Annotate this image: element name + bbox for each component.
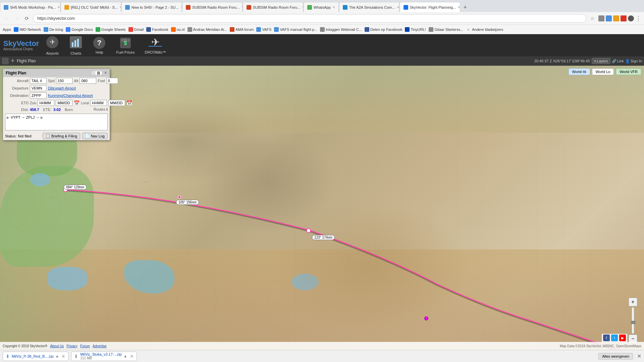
tab-skyvector[interactable]: SkyVector: Flight Planning... ✕ [400, 2, 460, 12]
bookmark-ama[interactable]: AMA forum [230, 27, 254, 32]
forward-button[interactable]: → [13, 14, 21, 22]
layers-button[interactable]: ≡ Layers [592, 58, 610, 64]
forum-link[interactable]: Forum [80, 344, 90, 348]
extension-icon-3[interactable] [613, 15, 619, 21]
download-expand-2[interactable]: ▲ [124, 354, 127, 358]
bookmark-nu[interactable]: nu.nl [171, 27, 185, 32]
menu-button[interactable]: ⋮ [635, 15, 641, 22]
fp-close-button[interactable]: ✕ [104, 71, 107, 75]
download-close-2[interactable]: ✕ [130, 354, 134, 359]
fp-departure-link[interactable]: Dibrugarh Airport [48, 86, 76, 90]
bookmark-gitaar[interactable]: Gitaar Starterss... [429, 27, 463, 32]
fp-mmdd2-input[interactable] [108, 100, 125, 106]
download-filename-1[interactable]: MilViz_P-38_Red_B....zip [12, 354, 54, 358]
bookmark-apps[interactable]: Apps [3, 27, 11, 32]
privacy-link[interactable]: Privacy [66, 344, 77, 348]
profile-icon[interactable] [628, 15, 634, 21]
tab-subsim2[interactable]: SUBSIM Radio Room Foru... ✕ [243, 2, 303, 12]
nav-charts[interactable]: Charts [66, 34, 86, 57]
layers-label: Layers [597, 59, 608, 63]
bookmark-gsheets[interactable]: Google Sheets [96, 27, 126, 32]
bookmark-tinyurl[interactable]: TinyURL! [405, 27, 426, 32]
bookmark-andere[interactable]: Andere bladwijzers [472, 27, 503, 32]
bookmark-imo[interactable]: IMO Network [14, 27, 41, 32]
zoom-in-button[interactable]: + [629, 298, 637, 306]
advertise-link[interactable]: Advertise [93, 344, 107, 348]
twitter-icon[interactable]: t [611, 335, 618, 341]
fp-calendar-icon-2[interactable]: 📅 [126, 100, 132, 106]
fp-mmdd1-input[interactable] [56, 100, 72, 106]
tab-newsh5[interactable]: New to SH5! - Page 2 - SU... ✕ [121, 2, 182, 12]
toggle-switch[interactable]: ||| [91, 70, 103, 76]
extension-icon-2[interactable] [606, 15, 612, 21]
tab-a2a[interactable]: The A2A Simulations Com... ✕ [339, 2, 399, 12]
fp-departure-input[interactable] [30, 85, 47, 91]
airports-label: Airports [46, 51, 59, 55]
nav-fuel[interactable]: $100LL Fuel Prices [113, 35, 138, 56]
fp-aircraft-row: Aircraft Spd Alt Fuel [3, 77, 110, 84]
extension-icon-1[interactable] [598, 15, 604, 21]
world-vfr-button[interactable]: World VFR [616, 68, 641, 75]
tab-close[interactable]: ✕ [397, 5, 399, 9]
address-bar[interactable] [33, 14, 586, 23]
fp-local-input[interactable] [90, 100, 107, 106]
download-expand-1[interactable]: ▲ [56, 354, 59, 358]
tab-whatsapp[interactable]: WhatsApp ✕ [304, 2, 339, 12]
fp-calendar-icon-1[interactable]: 📅 [74, 100, 79, 106]
bookmark-andras[interactable]: Andras Meridian Ai... [187, 27, 227, 32]
reload-button[interactable]: ⟳ [23, 14, 31, 22]
tab-close[interactable]: ✕ [302, 5, 303, 9]
downloads-close-button[interactable]: ✕ [637, 353, 641, 359]
extension-icon-4[interactable] [621, 15, 627, 21]
bookmark-button[interactable]: ☆ [588, 14, 596, 22]
fp-aircraft-input[interactable] [30, 78, 47, 84]
bookmark-inloggen[interactable]: Inloggen Webmail C... [320, 27, 362, 32]
bookmark-vafs[interactable]: VAFS [256, 27, 271, 32]
fp-zulu-input[interactable] [38, 100, 54, 106]
link-button[interactable]: 🔗 Link [612, 59, 624, 63]
bookmark-deicing[interactable]: De-Icing [44, 27, 63, 32]
back-button[interactable]: ← [3, 14, 11, 22]
bookmark-more[interactable]: » [467, 27, 469, 32]
facebook-icon[interactable]: f [603, 335, 610, 341]
tab-close[interactable]: ✕ [119, 5, 121, 9]
sign-in-button[interactable]: 👤 Sign In [625, 59, 642, 63]
sv-logo[interactable]: SkyVector Aeronautical Charts [3, 40, 39, 51]
download-filename-2[interactable]: MilViz_Stuka_v3.17-...zip [80, 352, 121, 356]
tab-bar: SH5 Mods Workshop - Pa... ✕ [REL] OLC 'G… [0, 0, 644, 12]
new-tab-button[interactable]: + [461, 3, 470, 12]
bookmark-gmail[interactable]: Gmail [128, 27, 144, 32]
nav-help[interactable]: ? Help [89, 35, 109, 56]
bookmark-facebook[interactable]: Facebook [146, 27, 168, 32]
fp-spd-label: Spd [48, 79, 55, 83]
bookmark-vafs2[interactable]: VAFS manual flight p... [274, 27, 317, 32]
fp-destination-link[interactable]: Kunming/Changshui Airport [48, 94, 93, 98]
tab-olc[interactable]: [REL] OLC 'Gold' MkIId - S... ✕ [61, 2, 121, 12]
tab-sh5[interactable]: SH5 Mods Workshop - Pa... ✕ [0, 2, 60, 12]
about-us-link[interactable]: About Us [50, 344, 64, 348]
tab-close[interactable]: ✕ [241, 5, 243, 9]
tab-close[interactable]: ✕ [57, 5, 60, 9]
bookmark-delen[interactable]: Delen op Facebook [365, 27, 402, 32]
tab-close[interactable]: ✕ [458, 5, 460, 9]
world-lo-button[interactable]: World Lo [592, 68, 614, 75]
world-hi-button[interactable]: World Hi [569, 68, 590, 75]
tab-close[interactable]: ✕ [332, 5, 335, 9]
fp-spd-input[interactable] [56, 78, 73, 84]
nav-drotams[interactable]: ✈ DROTAMs™ [141, 35, 169, 56]
tab-close[interactable]: ✕ [180, 5, 182, 9]
download-close-1[interactable]: ✕ [61, 354, 65, 359]
show-all-downloads-button[interactable]: Alles weergeven [598, 353, 633, 360]
zoom-slider[interactable] [632, 307, 634, 334]
youtube-icon[interactable]: ▶ [619, 335, 626, 341]
fp-briefing-button[interactable]: 📋 Briefing & Filing [43, 133, 80, 139]
fp-navlog-button[interactable]: 📄 Nav Log [82, 133, 108, 139]
fp-alt-input[interactable] [79, 78, 96, 84]
fp-fuel-input[interactable] [106, 78, 118, 84]
nav-airports[interactable]: ✈ Airports [42, 34, 62, 57]
bookmark-gdocs[interactable]: Google Docs [66, 27, 93, 32]
fp-destination-input[interactable] [30, 93, 47, 99]
fp-routes-button[interactable]: Routes ℹ [94, 107, 108, 112]
map-container[interactable]: 430 580 ↑5 094° 129nm 105° 15 [0, 66, 644, 350]
tab-subsim1[interactable]: SUBSIM Radio Room Foru... ✕ [182, 2, 243, 12]
